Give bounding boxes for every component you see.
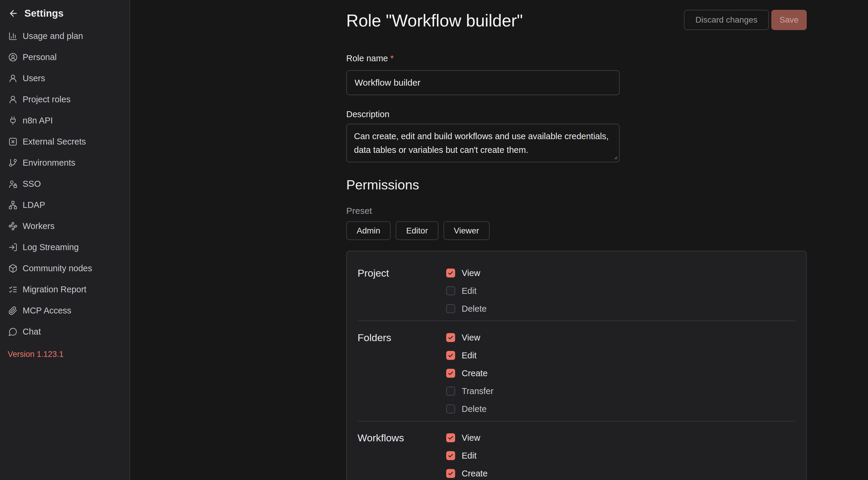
permission-option-label: Edit [462,451,476,461]
permission-option-label: Edit [462,351,476,360]
sidebar-item-external-secrets[interactable]: External Secrets [0,131,129,152]
sidebar-item-chat[interactable]: Chat [0,321,129,342]
permission-option-label: View [462,268,480,278]
sidebar-item-ldap[interactable]: LDAP [0,194,129,216]
permission-options: ViewEditDelete [446,264,796,318]
user-icon [8,95,18,104]
sidebar-item-environments[interactable]: Environments [0,152,129,173]
discard-changes-button[interactable]: Discard changes [684,10,769,30]
waypoints-icon [8,222,18,231]
log-in-icon [8,243,18,252]
permissions-card: ProjectViewEditDeleteFoldersViewEditCrea… [346,251,807,480]
permission-section-workflows: WorkflowsViewEditCreate [358,421,796,480]
checkbox-checked-icon[interactable] [446,268,455,278]
check-icon [447,370,454,377]
checkbox-checked-icon[interactable] [446,333,455,342]
check-icon [447,334,454,341]
permission-checkbox-project-delete[interactable]: Delete [446,300,796,318]
sidebar-item-sso[interactable]: SSO [0,173,129,194]
permission-option-label: View [462,333,480,343]
user-icon [8,74,18,83]
permission-option-label: Delete [462,404,487,414]
plug-icon [8,116,18,125]
preset-editor-button[interactable]: Editor [396,221,438,240]
check-icon [447,270,454,276]
bar-chart-icon [8,32,18,41]
page-title: Role "Workflow builder" [346,11,523,30]
sidebar-item-community-nodes[interactable]: Community nodes [0,258,129,279]
box-x-icon [8,137,18,146]
check-icon [447,352,454,359]
settings-title: Settings [24,8,64,19]
permission-checkbox-folders-view[interactable]: View [446,329,796,347]
sitemap-icon [8,200,18,210]
settings-back[interactable]: Settings [0,0,129,19]
preset-label: Preset [346,206,372,216]
permission-checkbox-folders-delete[interactable]: Delete [446,400,796,418]
description-input[interactable]: Can create, edit and build workflows and… [346,124,620,162]
permission-checkbox-folders-create[interactable]: Create [446,364,796,382]
sidebar-item-n8n-api[interactable]: n8n API [0,110,129,131]
save-button[interactable]: Save [771,10,807,30]
preset-viewer-button[interactable]: Viewer [443,221,490,240]
user-lock-icon [8,179,18,189]
required-asterisk: * [390,54,394,63]
paperclip-icon [8,306,18,315]
permissions-heading: Permissions [346,177,419,193]
checkbox-checked-icon[interactable] [446,469,455,478]
permission-checkbox-project-edit[interactable]: Edit [446,282,796,300]
check-icon [447,470,454,477]
permission-checkbox-workflows-view[interactable]: View [446,429,796,447]
check-icon [447,435,454,441]
sidebar-item-project-roles[interactable]: Project roles [0,89,129,110]
permission-section-folders: FoldersViewEditCreateTransferDelete [358,321,796,421]
checkbox-checked-icon[interactable] [446,451,455,460]
settings-sidebar: Settings Usage and plan Personal Users P… [0,0,130,480]
role-name-label: Role name* [346,54,394,63]
permission-section-title: Folders [358,329,446,418]
version-link[interactable]: Version 1.123.1 [8,350,64,359]
permission-options: ViewEditCreateTransferDelete [446,329,796,418]
permission-checkbox-folders-transfer[interactable]: Transfer [446,382,796,400]
permission-option-label: Transfer [462,386,494,396]
permission-checkbox-folders-edit[interactable]: Edit [446,347,796,364]
checkbox-unchecked-icon[interactable] [446,405,455,413]
sidebar-item-log-streaming[interactable]: Log Streaming [0,237,129,258]
arrow-left-icon[interactable] [8,8,19,19]
sidebar-item-workers[interactable]: Workers [0,216,129,237]
checkbox-unchecked-icon[interactable] [446,304,455,313]
sidebar-item-migration-report[interactable]: Migration Report [0,279,129,300]
git-branch-icon [8,158,18,167]
permission-checkbox-workflows-create[interactable]: Create [446,465,796,480]
check-icon [447,452,454,459]
settings-nav: Usage and plan Personal Users Project ro… [0,26,129,342]
permission-section-title: Workflows [358,429,446,480]
message-bubble-icon [8,327,18,337]
permission-checkbox-project-view[interactable]: View [446,264,796,282]
sidebar-item-users[interactable]: Users [0,68,129,89]
checkbox-checked-icon[interactable] [446,369,455,378]
permission-options: ViewEditCreate [446,429,796,480]
checkbox-unchecked-icon[interactable] [446,286,455,295]
permission-option-label: Edit [462,286,476,296]
description-field-wrap: Can create, edit and build workflows and… [346,124,620,162]
permission-option-label: Delete [462,304,487,314]
permission-option-label: Create [462,469,488,479]
sidebar-item-mcp-access[interactable]: MCP Access [0,300,129,321]
preset-admin-button[interactable]: Admin [346,221,391,240]
list-checks-icon [8,285,18,294]
user-circle-icon [8,53,18,62]
sidebar-item-usage-and-plan[interactable]: Usage and plan [0,26,129,47]
permission-checkbox-workflows-edit[interactable]: Edit [446,447,796,465]
sidebar-item-personal[interactable]: Personal [0,47,129,68]
checkbox-checked-icon[interactable] [446,351,455,360]
role-name-input[interactable] [346,70,620,95]
checkbox-unchecked-icon[interactable] [446,387,455,395]
permission-option-label: View [462,433,480,443]
checkbox-checked-icon[interactable] [446,433,455,442]
package-icon [8,264,18,273]
permission-option-label: Create [462,369,488,378]
preset-buttons: Admin Editor Viewer [346,221,490,240]
permission-section-title: Project [358,264,446,318]
permission-section-project: ProjectViewEditDelete [358,257,796,321]
